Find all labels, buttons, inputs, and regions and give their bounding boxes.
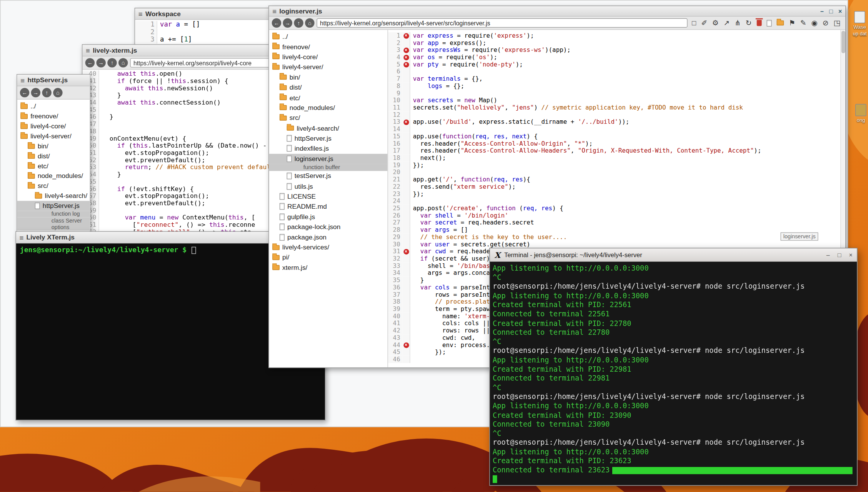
window-titlebar[interactable]: ≡ loginserver.js –□× (269, 6, 845, 17)
tree-item-[interactable]: ../ (269, 32, 388, 42)
terminal-line: root@sensorpi:/home/jens/lively4/lively4… (493, 392, 854, 402)
forward-button[interactable]: → (31, 88, 40, 97)
home-button[interactable]: ⌂ (118, 58, 128, 67)
tree-item-lively4-server[interactable]: lively4-server/ (17, 131, 90, 141)
tree-item-pi[interactable]: pi/ (269, 253, 388, 263)
edit-icon[interactable]: ✎ (800, 19, 806, 27)
tree-item-bin[interactable]: bin/ (269, 72, 388, 82)
window-menu-icon[interactable]: ≡ (86, 46, 90, 55)
back-button[interactable]: ← (20, 88, 29, 97)
tree-item-node-modules[interactable]: node_modules/ (17, 171, 90, 181)
folder-icon (272, 245, 280, 250)
tree-item-testserver-js[interactable]: testServer.js (269, 171, 388, 181)
line-number: 36 (388, 284, 402, 291)
dependency-graph-icon[interactable]: ⋔ (735, 19, 741, 27)
tree-item-lively4-services[interactable]: lively4-services/ (269, 242, 388, 252)
home-button[interactable]: ⌂ (53, 88, 62, 97)
gutter-marker (402, 126, 410, 133)
window-menu-icon[interactable]: ≡ (20, 76, 25, 85)
new-folder-icon[interactable] (776, 20, 784, 25)
up-button[interactable]: ↑ (107, 58, 117, 67)
tree-item-lively4-core[interactable]: lively4-core/ (269, 52, 388, 62)
checkbox-icon[interactable]: □ (692, 19, 696, 27)
open-external-icon[interactable]: ↗ (724, 19, 730, 27)
tree-item-dist[interactable]: dist/ (17, 151, 90, 161)
delete-icon[interactable] (757, 20, 762, 26)
tree-subitem[interactable]: function log (17, 211, 90, 217)
up-button[interactable]: ↑ (294, 18, 303, 28)
window-menu-icon[interactable]: ≡ (19, 233, 23, 242)
tree-item-node-modules[interactable]: node_modules/ (269, 103, 388, 113)
file-tree[interactable]: ../freenove/lively4-core/lively4-server/… (17, 100, 90, 239)
new-file-icon[interactable] (766, 20, 771, 26)
flag-icon[interactable]: ⚑ (789, 19, 795, 27)
forward-button[interactable]: → (283, 18, 292, 28)
minimize-button[interactable]: – (826, 251, 830, 258)
system-terminal-window[interactable]: X Terminal - jens@sensorpi: ~/lively4/li… (489, 248, 857, 486)
forward-button[interactable]: → (96, 58, 105, 67)
tree-item-utils-js[interactable]: utils.js (269, 181, 388, 191)
brush-icon[interactable]: ✐ (701, 19, 707, 27)
scrollbar-thumb[interactable] (841, 31, 845, 53)
maximize-button[interactable]: □ (829, 8, 833, 14)
tree-item-package-lock-json[interactable]: package-lock.json (269, 222, 388, 232)
gutter-marker (402, 284, 410, 291)
minimize-button[interactable]: – (820, 8, 824, 14)
back-button[interactable]: ← (272, 18, 281, 28)
home-button[interactable]: ⌂ (305, 18, 314, 28)
tree-item-package-json[interactable]: package.json (269, 232, 388, 242)
tree-subitem[interactable]: options (17, 224, 90, 231)
tree-item-etc[interactable]: etc/ (269, 93, 388, 103)
settings-gears-icon[interactable]: ⚙ (712, 19, 719, 27)
window-menu-icon[interactable]: ≡ (272, 7, 277, 15)
gutter-marker (402, 320, 410, 327)
desktop-icon[interactable]: ong (848, 104, 868, 123)
code-line: 8 logs = {}; (388, 82, 845, 90)
code-line: 26 var shell = '/bin/login' (388, 212, 845, 219)
fullscreen-icon[interactable]: ◳ (833, 19, 840, 27)
tree-item-indexfiles-js[interactable]: indexfiles.js (269, 143, 388, 153)
file-tree[interactable]: ../freenove/lively4-core/lively4-server/… (269, 30, 388, 367)
tree-item-freenove[interactable]: freenove/ (17, 111, 90, 121)
code-line: 25app.post('/create', function (req, res… (388, 205, 845, 212)
window-titlebar[interactable]: X Terminal - jens@sensorpi: ~/lively4/li… (490, 248, 857, 262)
tree-item-src[interactable]: src/ (17, 181, 90, 191)
terminal-output[interactable]: App listening to http://0.0.0.0:3000^Cro… (490, 262, 857, 485)
httpserver-window[interactable]: ≡ httpServer.js ←→↑⌂ ../freenove/lively4… (17, 74, 90, 240)
tree-item-httpserver-js[interactable]: httpServer.js (269, 133, 388, 143)
tree-item-license[interactable]: LICENSE (269, 191, 388, 201)
tree-item-src[interactable]: src/ (269, 113, 388, 123)
browser-navbar: ←→↑⌂ (17, 86, 90, 100)
tree-item-dist[interactable]: dist/ (269, 82, 388, 92)
tree-item-bin[interactable]: bin/ (17, 141, 90, 151)
window-menu-icon[interactable]: ≡ (138, 10, 143, 18)
tree-item-lively4-search[interactable]: lively4-search/ (17, 191, 90, 201)
tree-item-freenove[interactable]: freenove/ (269, 42, 388, 52)
tree-item-lively4-core[interactable]: lively4-core/ (17, 121, 90, 131)
tree-subitem[interactable]: class Server (17, 218, 90, 224)
up-button[interactable]: ↑ (42, 88, 51, 97)
desktop-icon[interactable]: up dat (847, 31, 868, 37)
cancel-icon[interactable]: ⊘ (823, 19, 829, 27)
tree-item-label: etc/ (38, 162, 48, 170)
back-button[interactable]: ← (85, 58, 95, 67)
tree-item-lively4-server[interactable]: lively4-server/ (269, 62, 388, 72)
close-button[interactable]: × (849, 251, 852, 258)
tree-item-readme-md[interactable]: README.md (269, 201, 388, 211)
window-titlebar[interactable]: ≡ httpServer.js (17, 75, 90, 86)
save-icon[interactable]: ◉ (811, 19, 817, 27)
tree-item-gulpfile-js[interactable]: gulpfile.js (269, 212, 388, 222)
tree-item-etc[interactable]: etc/ (17, 161, 90, 171)
tree-item-xterm-js[interactable]: xterm.js/ (269, 263, 388, 273)
url-input[interactable] (317, 18, 687, 28)
maximize-button[interactable]: □ (838, 251, 841, 258)
tree-item-lively4-search[interactable]: lively4-search/ (269, 123, 388, 133)
tree-subitem[interactable]: function buffer (269, 164, 388, 171)
tree-item-[interactable]: ../ (17, 101, 90, 111)
terminal-line: Connected to terminal 23623 (493, 466, 854, 475)
close-button[interactable]: × (838, 8, 842, 14)
reload-icon[interactable]: ↻ (746, 19, 752, 27)
tree-item-httpserver-js[interactable]: httpServer.js (17, 201, 90, 211)
desktop-icon[interactable]: Wase (847, 11, 868, 30)
tree-item-loginserver-js[interactable]: loginserver.js (269, 154, 388, 164)
